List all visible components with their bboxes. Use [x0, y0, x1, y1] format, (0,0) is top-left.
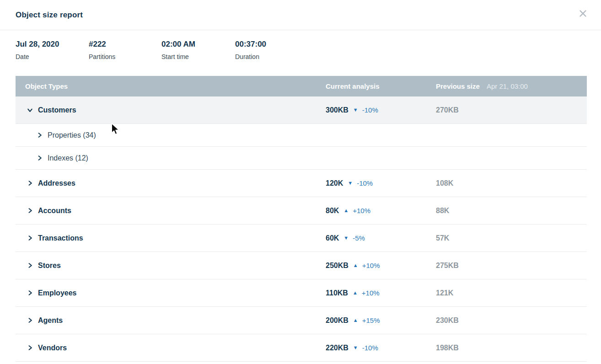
meta-value: Jul 28, 2020	[16, 40, 89, 49]
chevron-right-icon[interactable]	[26, 235, 33, 242]
column-header-current-analysis: Current analysis	[326, 82, 436, 90]
table-row-accounts[interactable]: Accounts 80K ▲ +10% 88K	[16, 197, 587, 225]
close-button[interactable]	[577, 8, 588, 19]
report-meta: Jul 28, 2020 Date #222 Partitions 02:00 …	[0, 30, 601, 60]
current-size: 120K	[326, 179, 343, 187]
chevron-right-icon[interactable]	[36, 155, 43, 162]
current-size: 300KB	[326, 106, 349, 114]
meta-duration: 00:37:00 Duration	[235, 40, 266, 60]
table-row-customers[interactable]: Customers 300KB ▼ -10% 270KB	[16, 96, 587, 124]
object-type-label: Vendors	[38, 344, 67, 352]
meta-label: Date	[16, 53, 89, 60]
chevron-down-icon[interactable]	[26, 107, 33, 114]
table-subrow-indexes[interactable]: Indexes (12)	[16, 147, 587, 170]
meta-label: Start time	[161, 53, 235, 60]
table-row-vendors[interactable]: Vendors 220KB ▼ -10% 198KB	[16, 334, 587, 362]
trend-up-icon: ▲	[353, 290, 358, 295]
chevron-right-icon[interactable]	[26, 262, 33, 269]
previous-size-date: Apr 21, 03:00	[487, 82, 528, 90]
current-size: 80K	[326, 207, 339, 215]
trend-percent: -10%	[362, 106, 378, 114]
table-subrow-properties[interactable]: Properties (34)	[16, 124, 587, 147]
meta-partitions: #222 Partitions	[89, 40, 161, 60]
trend-percent: -5%	[353, 234, 365, 242]
trend-percent: +10%	[362, 262, 380, 269]
column-header-object-types: Object Types	[16, 82, 326, 90]
table-header: Object Types Current analysis Previous s…	[16, 76, 587, 96]
meta-value: 02:00 AM	[161, 40, 235, 49]
object-type-label: Stores	[38, 262, 61, 270]
object-subtype-label: Properties (34)	[48, 131, 96, 139]
trend-percent: +15%	[362, 316, 380, 324]
table-row-addresses[interactable]: Addresses 120K ▼ -10% 108K	[16, 170, 587, 197]
object-type-label: Accounts	[38, 207, 71, 215]
meta-value: #222	[89, 40, 161, 49]
meta-date: Jul 28, 2020 Date	[16, 40, 89, 60]
meta-value: 00:37:00	[235, 40, 266, 49]
object-type-label: Addresses	[38, 179, 75, 187]
chevron-right-icon[interactable]	[26, 207, 33, 214]
current-size: 220KB	[326, 344, 349, 352]
trend-up-icon: ▲	[343, 208, 349, 213]
meta-label: Partitions	[89, 53, 161, 60]
previous-size-value: 275KB	[436, 262, 459, 269]
object-type-label: Agents	[38, 316, 63, 325]
trend-up-icon: ▲	[353, 317, 358, 323]
close-icon	[579, 10, 587, 17]
trend-percent: -10%	[357, 179, 373, 187]
trend-down-icon: ▼	[343, 235, 349, 241]
object-type-label: Customers	[38, 106, 76, 114]
current-size: 250KB	[326, 262, 349, 270]
object-subtype-label: Indexes (12)	[48, 154, 88, 162]
chevron-right-icon[interactable]	[26, 344, 33, 352]
previous-size-label: Previous size	[436, 82, 480, 90]
previous-size-value: 270KB	[436, 106, 459, 114]
object-type-label: Transactions	[38, 234, 83, 242]
current-size: 60K	[326, 234, 339, 242]
trend-percent: -10%	[362, 344, 378, 352]
table-row-agents[interactable]: Agents 200KB ▲ +15% 230KB	[16, 307, 587, 334]
trend-down-icon: ▼	[353, 107, 358, 112]
table-row-employees[interactable]: Employees 110KB ▲ +10% 121K	[16, 279, 587, 307]
previous-size-value: 57K	[436, 234, 449, 242]
chevron-right-icon[interactable]	[26, 180, 33, 187]
previous-size-value: 108K	[436, 179, 453, 187]
current-size: 200KB	[326, 316, 349, 325]
object-type-label: Employees	[38, 289, 76, 297]
modal-header: Object size report	[0, 0, 601, 30]
chevron-right-icon[interactable]	[26, 317, 33, 324]
meta-label: Duration	[235, 53, 266, 60]
table-row-transactions[interactable]: Transactions 60K ▼ -5% 57K	[16, 225, 587, 252]
page-title: Object size report	[16, 11, 83, 20]
current-size: 110KB	[326, 289, 348, 297]
meta-start-time: 02:00 AM Start time	[161, 40, 235, 60]
previous-size-value: 88K	[436, 207, 449, 214]
trend-up-icon: ▲	[353, 262, 358, 268]
table-row-stores[interactable]: Stores 250KB ▲ +10% 275KB	[16, 252, 587, 279]
column-header-previous-size: Previous size Apr 21, 03:00	[436, 82, 587, 90]
chevron-right-icon[interactable]	[36, 132, 43, 139]
previous-size-value: 121K	[436, 289, 453, 297]
previous-size-value: 198KB	[436, 344, 459, 352]
trend-down-icon: ▼	[353, 345, 358, 350]
trend-percent: +10%	[362, 289, 380, 297]
trend-down-icon: ▼	[348, 180, 353, 186]
trend-percent: +10%	[353, 207, 370, 214]
chevron-right-icon[interactable]	[26, 289, 33, 297]
previous-size-value: 230KB	[436, 316, 459, 324]
object-size-report-modal: Object size report Jul 28, 2020 Date #22…	[0, 0, 601, 364]
object-size-table: Object Types Current analysis Previous s…	[16, 76, 587, 362]
